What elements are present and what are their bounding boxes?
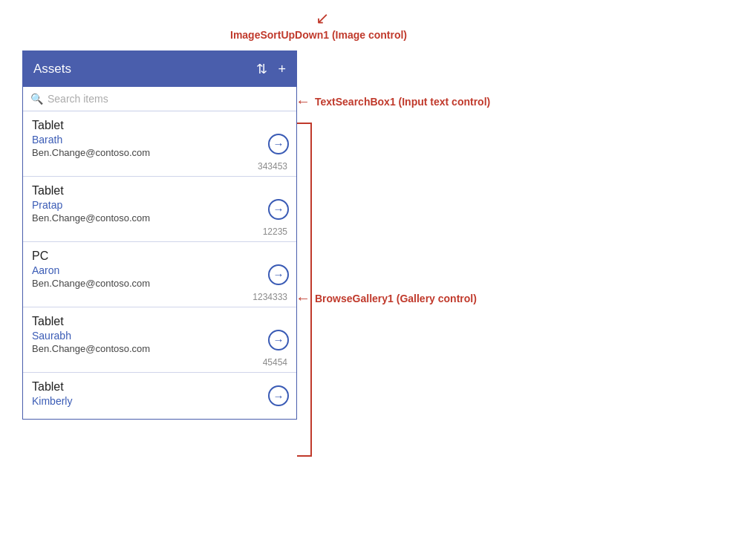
search-annotation-label: TextSearchBox1 (Input text control) <box>315 96 490 108</box>
panel-title: Assets <box>33 62 71 76</box>
gallery-annotation: ← BrowseGallery1 (Gallery control) <box>296 290 477 307</box>
item-title: Tablet <box>32 380 287 394</box>
gallery-annotation-arrow: ← <box>296 290 310 307</box>
sort-icon[interactable]: ⇅ <box>256 61 267 77</box>
gallery-annotation-label: BrowseGallery1 (Gallery control) <box>315 293 477 304</box>
sort-annotation: ↙ ImageSortUpDown1 (Image control) <box>230 9 407 42</box>
search-annotation: ← TextSearchBox1 (Input text control) <box>296 93 490 110</box>
item-number: 12235 <box>32 226 287 237</box>
list-item[interactable]: Tablet Pratap Ben.Change@contoso.com 122… <box>23 177 296 242</box>
item-name: Pratap <box>32 199 287 211</box>
item-name: Saurabh <box>32 330 287 342</box>
item-name: Aaron <box>32 264 287 276</box>
add-icon[interactable]: + <box>278 62 286 77</box>
item-title: PC <box>32 250 287 263</box>
search-input[interactable] <box>48 93 289 105</box>
item-number: 1234333 <box>32 292 287 302</box>
assets-panel: Assets ⇅ + 🔍 Tablet Barath Ben.Change@co… <box>22 50 297 420</box>
browse-gallery: Tablet Barath Ben.Change@contoso.com 343… <box>23 111 296 419</box>
item-arrow-button[interactable]: → <box>268 134 289 154</box>
item-title: Tablet <box>32 119 287 132</box>
item-title: Tablet <box>32 315 287 328</box>
sort-annotation-label: ImageSortUpDown1 (Image control) <box>230 29 407 41</box>
panel-header-icons: ⇅ + <box>256 61 286 77</box>
item-title: Tablet <box>32 184 287 198</box>
list-item[interactable]: Tablet Barath Ben.Change@contoso.com 343… <box>23 111 296 177</box>
item-arrow-button[interactable]: → <box>268 330 289 351</box>
item-number: 45454 <box>32 357 287 368</box>
search-icon: 🔍 <box>30 93 43 105</box>
search-container: 🔍 <box>23 87 296 111</box>
item-name: Kimberly <box>32 395 287 407</box>
item-name: Barath <box>32 134 287 146</box>
list-item[interactable]: Tablet Saurabh Ben.Change@contoso.com 45… <box>23 307 296 373</box>
item-email: Ben.Change@contoso.com <box>32 212 287 224</box>
list-item[interactable]: Tablet Kimberly → <box>23 373 296 419</box>
item-arrow-button[interactable]: → <box>268 264 289 285</box>
item-email: Ben.Change@contoso.com <box>32 343 287 354</box>
item-email: Ben.Change@contoso.com <box>32 278 287 289</box>
item-email: Ben.Change@contoso.com <box>32 147 287 158</box>
item-arrow-button[interactable]: → <box>268 385 289 406</box>
list-item[interactable]: PC Aaron Ben.Change@contoso.com 1234333 … <box>23 242 296 307</box>
item-number: 343453 <box>32 161 287 172</box>
panel-header: Assets ⇅ + <box>23 51 296 87</box>
search-annotation-arrow: ← <box>296 93 310 110</box>
search-input-wrap: 🔍 <box>30 93 289 105</box>
sort-annotation-arrow: ↙ <box>238 9 407 28</box>
item-arrow-button[interactable]: → <box>268 199 289 220</box>
